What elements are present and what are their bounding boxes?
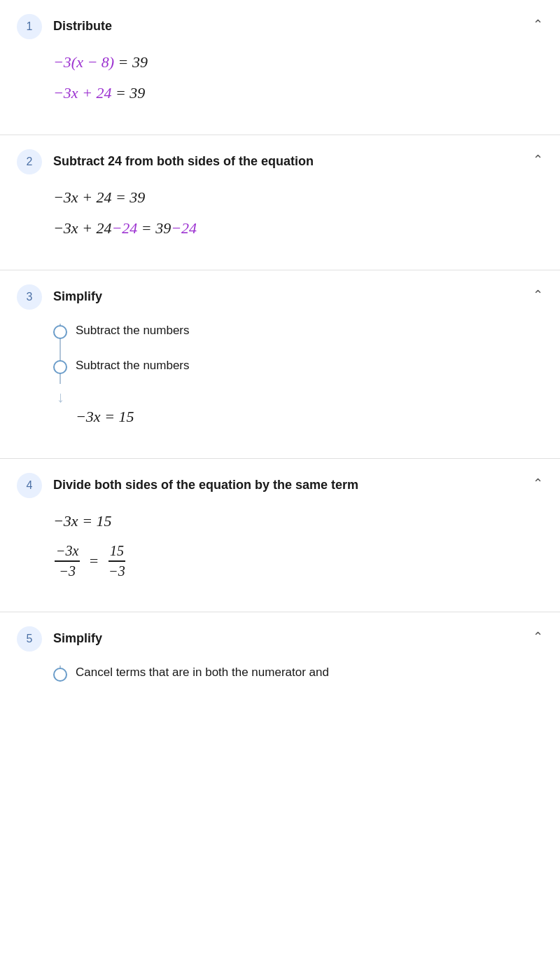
step-3-header: 3 Simplify ⌃ [17, 284, 543, 310]
step-1-header: 1 Distribute ⌃ [17, 14, 543, 39]
step-4-number: 4 [17, 473, 42, 498]
step-4-content: −3x = 15 −3x −3 = 15 −3 [53, 512, 543, 579]
step-3-substep-2: Subtract the numbers [76, 359, 543, 373]
step-4-equation-2: −3x −3 = 15 −3 [53, 543, 543, 579]
step-1: 1 Distribute ⌃ −3(x − 8) = 39 −3x + 24 =… [0, 0, 560, 135]
step-2: 2 Subtract 24 from both sides of the equ… [0, 135, 560, 270]
step-1-equation-2: −3x + 24 = 39 [53, 84, 543, 102]
eq1-part2: = 39 [114, 53, 148, 71]
step-1-chevron-icon[interactable]: ⌃ [533, 17, 543, 32]
step-3-substep-2-circle [53, 360, 67, 374]
step-3: 3 Simplify ⌃ Subtract the numbers Subtra… [0, 270, 560, 459]
step-3-title: Simplify [53, 289, 102, 305]
step-1-title: Distribute [53, 18, 112, 34]
step-2-equation-2: −3x + 24−24 = 39−24 [53, 219, 543, 237]
eq4-part1: −3x + 24 [53, 219, 111, 237]
step-2-chevron-icon[interactable]: ⌃ [533, 152, 543, 167]
step-2-header: 2 Subtract 24 from both sides of the equ… [17, 149, 543, 174]
step-5-header: 5 Simplify ⌃ [17, 626, 543, 652]
step-5-number: 5 [17, 626, 42, 652]
step-4-equals: = [88, 552, 99, 570]
step-4-header: 4 Divide both sides of the equation by t… [17, 473, 543, 498]
step-5-content: Cancel terms that are in both the numera… [53, 666, 543, 680]
eq1-part1: −3(x − 8) [53, 53, 114, 71]
step-1-header-left: 1 Distribute [17, 14, 112, 39]
step-4-equation-1: −3x = 15 [53, 512, 543, 530]
step-1-content: −3(x − 8) = 39 −3x + 24 = 39 [53, 53, 543, 102]
step-4-title: Divide both sides of the equation by the… [53, 477, 358, 493]
step-5-substep-1-circle [53, 668, 67, 682]
step-3-substep-1: Subtract the numbers [76, 324, 543, 338]
step-3-chevron-icon[interactable]: ⌃ [533, 287, 543, 303]
step-5-substeps: Cancel terms that are in both the numera… [53, 666, 543, 680]
step-3-substep-1-circle [53, 325, 67, 339]
step-4-fraction-left-denominator: −3 [57, 562, 77, 579]
eq4-part2: −24 [111, 219, 137, 237]
eq4-part3: = 39 [137, 219, 171, 237]
eq2-part1: −3x + 24 [53, 84, 111, 102]
step-5: 5 Simplify ⌃ Cancel terms that are in bo… [0, 612, 560, 699]
step-2-content: −3x + 24 = 39 −3x + 24−24 = 39−24 [53, 188, 543, 237]
step-4-chevron-icon[interactable]: ⌃ [533, 476, 543, 491]
step-5-substep-1-text: Cancel terms that are in both the numera… [76, 666, 329, 680]
step-3-substep-2-text: Subtract the numbers [76, 359, 190, 373]
step-4-fraction-right-numerator: 15 [108, 543, 125, 562]
step-5-chevron-icon[interactable]: ⌃ [533, 629, 543, 645]
step-4-fraction-left: −3x −3 [55, 543, 80, 579]
step-3-substep-1-text: Subtract the numbers [76, 324, 190, 338]
eq4-part4: −24 [171, 219, 197, 237]
step-5-title: Simplify [53, 631, 102, 647]
step-3-arrow-icon: ↓ [57, 388, 64, 406]
step-5-header-left: 5 Simplify [17, 626, 102, 652]
eq2-part2: = 39 [111, 84, 145, 102]
step-3-header-left: 3 Simplify [17, 284, 102, 310]
step-4: 4 Divide both sides of the equation by t… [0, 459, 560, 612]
step-1-number: 1 [17, 14, 42, 39]
step-4-fraction-right-denominator: −3 [107, 562, 127, 579]
step-2-number: 2 [17, 149, 42, 174]
step-1-equation-1: −3(x − 8) = 39 [53, 53, 543, 71]
step-3-content: Subtract the numbers Subtract the number… [53, 324, 543, 426]
step-3-substeps: Subtract the numbers Subtract the number… [53, 324, 543, 426]
step-2-title: Subtract 24 from both sides of the equat… [53, 153, 314, 170]
step-4-fraction-right: 15 −3 [107, 543, 127, 579]
step-3-result-equation: −3x = 15 [76, 408, 543, 426]
step-2-equation-1: −3x + 24 = 39 [53, 188, 543, 207]
step-5-substep-1: Cancel terms that are in both the numera… [76, 666, 543, 680]
step-2-header-left: 2 Subtract 24 from both sides of the equ… [17, 149, 314, 174]
step-3-number: 3 [17, 284, 42, 310]
eq3: −3x + 24 = 39 [53, 188, 145, 206]
step-4-fraction-left-numerator: −3x [55, 543, 80, 562]
step-4-header-left: 4 Divide both sides of the equation by t… [17, 473, 358, 498]
